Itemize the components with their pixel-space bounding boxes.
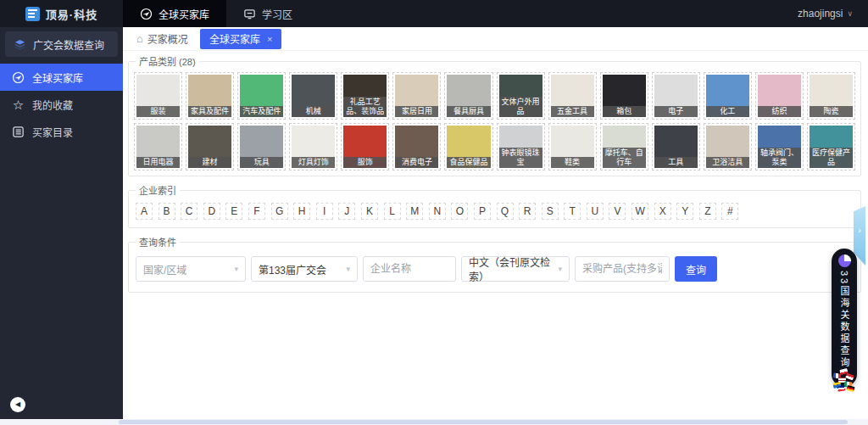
letter-button[interactable]: W — [632, 203, 648, 220]
sidebar: 广交会数据查询 全球买家库 ☆ 我的收藏 买家目 — [0, 27, 123, 419]
sidebar-item-buyer-directory[interactable]: 买家目录 — [0, 118, 123, 145]
category-tile[interactable]: 玩具 — [237, 123, 286, 171]
category-tile[interactable]: 餐具厨具 — [444, 72, 492, 120]
letter-button[interactable]: K — [361, 203, 378, 220]
category-tile[interactable]: 五金工具 — [548, 72, 597, 120]
letter-button[interactable]: B — [159, 203, 175, 220]
category-label: 纺织 — [758, 106, 801, 117]
category-tile[interactable]: 机械 — [289, 72, 337, 120]
category-tile[interactable]: 鞋类 — [548, 123, 597, 171]
letter-button[interactable]: Y — [676, 203, 693, 220]
category-tile[interactable]: 陶瓷 — [807, 72, 855, 120]
letter-button[interactable]: S — [542, 203, 559, 220]
query-conditions-section: 查询条件 国家/区域 ▾ 第133届广交会 ▾ 中文（会刊原文检索） — [128, 235, 861, 293]
top-nav-learning-zone[interactable]: 学习区 — [226, 0, 309, 27]
category-tile[interactable]: 工具 — [652, 123, 700, 171]
letter-button[interactable]: I — [316, 203, 333, 220]
category-label: 钟表眼镜珠宝 — [499, 148, 542, 168]
company-name-input[interactable] — [363, 256, 456, 282]
letter-button[interactable]: N — [429, 203, 446, 220]
horizontal-scrollbar[interactable] — [0, 419, 868, 425]
globe-plane-icon — [12, 71, 25, 84]
category-tile[interactable]: 日用电器 — [134, 123, 182, 171]
letter-button[interactable]: G — [271, 203, 288, 220]
layers-icon — [14, 38, 26, 51]
category-label: 鞋类 — [551, 157, 594, 168]
category-label: 礼品工艺品、装饰品 — [343, 97, 387, 117]
letter-button[interactable]: P — [474, 203, 491, 220]
top-nav-global-buyers[interactable]: 全球买家库 — [123, 0, 226, 27]
category-tile[interactable]: 纺织 — [755, 72, 804, 120]
purchase-product-input[interactable] — [575, 256, 670, 282]
search-button[interactable]: 查询 — [675, 256, 717, 282]
letter-button[interactable]: U — [587, 203, 604, 220]
letter-button[interactable]: H — [293, 203, 310, 220]
category-tile[interactable]: 家居日用 — [392, 72, 441, 120]
letter-button[interactable]: L — [384, 203, 401, 220]
category-tile[interactable]: 轴承阀门、泵类 — [755, 123, 804, 171]
category-tile[interactable]: 礼品工艺品、装饰品 — [341, 72, 389, 120]
category-tile[interactable]: 电子 — [652, 72, 700, 120]
category-tile[interactable]: 箱包 — [600, 72, 648, 120]
category-tile[interactable]: 消费电子 — [392, 123, 441, 171]
category-tile[interactable]: 摩托车、自行车 — [600, 123, 648, 171]
category-grid: 服装 家具及配件 汽车及配件 机械 礼品工艺品、装饰品 — [134, 72, 855, 171]
sidebar-header-canton-fair-query[interactable]: 广交会数据查询 — [5, 31, 118, 57]
user-menu[interactable]: zhaojingsi ∨ — [782, 0, 868, 27]
category-tile[interactable]: 化工 — [704, 72, 752, 120]
sidebar-header-label: 广交会数据查询 — [33, 37, 104, 52]
country-region-select[interactable]: 国家/区域 ▾ — [136, 256, 246, 282]
letter-button[interactable]: D — [203, 203, 220, 220]
content: 产品类别 (28) 服装 家具及配件 汽车及配件 机械 — [123, 51, 868, 419]
category-tile[interactable]: 灯具灯饰 — [289, 123, 337, 171]
star-icon: ☆ — [12, 98, 25, 111]
category-tile[interactable]: 卫浴洁具 — [704, 123, 752, 171]
main-area: ⌂ 买家概况 全球买家库 × 产品类别 (28) 服装 — [123, 27, 868, 419]
letter-button[interactable]: E — [225, 203, 242, 220]
category-label: 建材 — [188, 157, 231, 168]
tab-global-buyers[interactable]: 全球买家库 × — [200, 29, 281, 49]
sidebar-item-label: 全球买家库 — [32, 70, 83, 85]
category-label: 汽车及配件 — [240, 106, 283, 117]
category-label: 玩具 — [240, 157, 283, 168]
fair-session-select[interactable]: 第133届广交会 ▾ — [251, 256, 358, 282]
letter-button[interactable]: M — [406, 203, 423, 220]
brand-logo-icon — [25, 7, 40, 21]
close-icon[interactable]: × — [267, 34, 272, 44]
category-tile[interactable]: 家具及配件 — [186, 72, 234, 120]
category-label: 摩托车、自行车 — [603, 148, 646, 168]
tab-buyer-overview[interactable]: ⌂ 买家概况 — [130, 31, 195, 46]
search-language-select[interactable]: 中文（会刊原文检索） ▾ — [461, 256, 570, 282]
letter-button[interactable]: V — [609, 203, 626, 220]
letter-button[interactable]: Q — [497, 203, 514, 220]
category-tile[interactable]: 服装 — [134, 72, 182, 120]
category-tile[interactable]: 文体户外用品 — [497, 72, 545, 120]
category-tile[interactable]: 医疗保健产品 — [807, 123, 855, 171]
sidebar-item-my-favorites[interactable]: ☆ 我的收藏 — [0, 91, 123, 118]
category-tile[interactable]: 食品保健品 — [444, 123, 492, 171]
letter-button[interactable]: O — [451, 203, 468, 220]
brand-logo: 顶易·科技 — [0, 0, 123, 27]
letter-button[interactable]: T — [564, 203, 581, 220]
category-tile[interactable]: 钟表眼镜珠宝 — [497, 123, 545, 171]
company-index-legend: 企业索引 — [136, 183, 180, 197]
category-label: 箱包 — [603, 106, 646, 117]
category-tile[interactable]: 服饰 — [341, 123, 389, 171]
category-label: 化工 — [706, 106, 749, 117]
letter-button[interactable]: # — [721, 203, 738, 220]
company-index-section: 企业索引 ABCDEFGHIJKLMNOPQRSTUVWXYZ# — [128, 183, 861, 228]
sidebar-collapse-button[interactable]: ◀ — [10, 397, 25, 412]
letter-button[interactable]: X — [654, 203, 671, 220]
letter-button[interactable]: A — [136, 203, 153, 220]
letter-button[interactable]: F — [248, 203, 265, 220]
letter-button[interactable]: Z — [699, 203, 716, 220]
letter-button[interactable]: C — [181, 203, 198, 220]
sidebar-item-global-buyers[interactable]: 全球买家库 — [0, 64, 123, 91]
customs-data-floating-badge[interactable]: 33国海关数据查询 — [832, 249, 857, 387]
letter-button[interactable]: J — [338, 203, 355, 220]
horizontal-scrollbar-thumb[interactable] — [119, 420, 848, 424]
category-tile[interactable]: 汽车及配件 — [237, 72, 286, 120]
letter-button[interactable]: R — [519, 203, 536, 220]
search-language-value: 中文（会刊原文检索） — [469, 254, 553, 283]
category-tile[interactable]: 建材 — [186, 123, 234, 171]
